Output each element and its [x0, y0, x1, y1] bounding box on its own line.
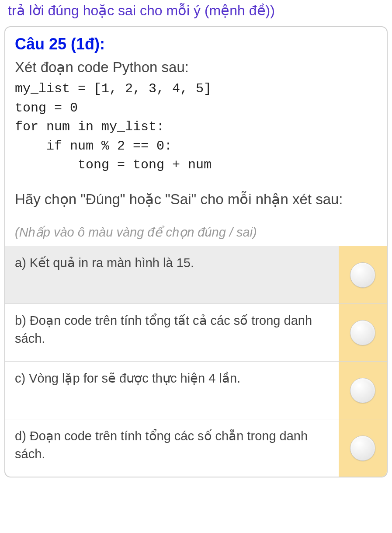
option-row-a: a) Kết quả in ra màn hình là 15.: [5, 246, 387, 303]
option-toggle-d[interactable]: [339, 419, 387, 477]
hint-text: (Nhấp vào ô màu vàng để chọn đúng / sai): [5, 217, 387, 246]
radio-icon: [350, 435, 375, 461]
option-toggle-b[interactable]: [339, 304, 387, 361]
option-text-a: a) Kết quả in ra màn hình là 15.: [5, 246, 339, 303]
option-text-d: d) Đoạn code trên tính tổng các số chẵn …: [5, 419, 339, 477]
question-title: Câu 25 (1đ):: [5, 35, 387, 56]
option-toggle-c[interactable]: [339, 362, 387, 419]
question-box: Câu 25 (1đ): Xét đoạn code Python sau: m…: [4, 26, 388, 478]
radio-icon: [350, 262, 375, 288]
question-prompt: Hãy chọn "Đúng" hoặc "Sai" cho mỗi nhận …: [5, 179, 387, 217]
option-text-b: b) Đoạn code trên tính tổng tất cả các s…: [5, 304, 339, 361]
option-toggle-a[interactable]: [339, 246, 387, 303]
top-instruction: trả lời đúng hoặc sai cho mỗi ý (mệnh đề…: [0, 0, 392, 24]
option-row-b: b) Đoạn code trên tính tổng tất cả các s…: [5, 303, 387, 361]
option-text-c: c) Vòng lặp for sẽ được thực hiện 4 lần.: [5, 362, 339, 419]
radio-icon: [350, 320, 375, 345]
option-row-d: d) Đoạn code trên tính tổng các số chẵn …: [5, 419, 387, 477]
option-row-c: c) Vòng lặp for sẽ được thực hiện 4 lần.: [5, 361, 387, 419]
question-intro: Xét đoạn code Python sau:: [5, 56, 387, 79]
code-block: my_list = [1, 2, 3, 4, 5] tong = 0 for n…: [5, 79, 387, 179]
radio-icon: [350, 378, 375, 403]
